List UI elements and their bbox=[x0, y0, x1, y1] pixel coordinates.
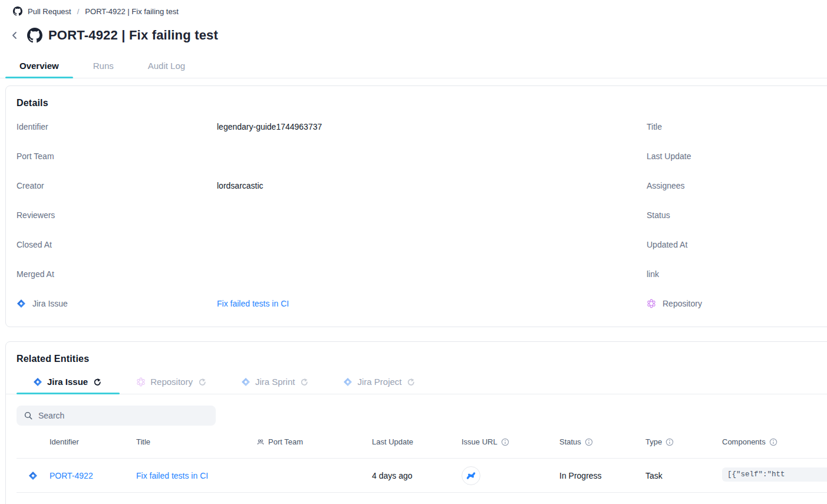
row-identifier-link[interactable]: PORT-4922 bbox=[50, 471, 136, 480]
field-label-assignees: Assignees bbox=[647, 181, 827, 190]
table-row: PORT-4922 Fix failed tests in CI 4 days … bbox=[17, 459, 827, 493]
jira-issue-icon bbox=[17, 299, 26, 308]
repository-icon bbox=[647, 299, 656, 308]
column-header-last-update[interactable]: Last Update bbox=[372, 437, 462, 446]
team-icon bbox=[256, 438, 265, 446]
column-header-components[interactable]: Components bbox=[722, 437, 827, 446]
jira-issue-icon bbox=[28, 471, 38, 480]
field-label-reviewers: Reviewers bbox=[17, 210, 217, 220]
jira-issue-icon bbox=[33, 377, 42, 387]
back-button[interactable] bbox=[8, 29, 21, 42]
related-entities-tabs: Jira Issue Repository Jira Sprint Jira P… bbox=[6, 372, 827, 394]
field-label-repository: Repository bbox=[647, 299, 827, 308]
row-entity-icon-cell bbox=[17, 471, 50, 480]
info-icon[interactable] bbox=[501, 438, 509, 446]
detail-row: Port Team Last Update bbox=[17, 141, 827, 171]
breadcrumb-item-entity[interactable]: PORT-4922 | Fix failing test bbox=[85, 7, 178, 16]
detail-row: Merged At link bbox=[17, 259, 827, 289]
jira-sprint-icon bbox=[241, 377, 251, 387]
field-label-merged-at: Merged At bbox=[17, 269, 217, 279]
row-components: [{"self":"htt bbox=[722, 467, 827, 483]
field-label-text: Jira Issue bbox=[32, 299, 68, 308]
column-header-label: Type bbox=[645, 437, 662, 446]
jira-site-icon bbox=[466, 470, 476, 481]
field-label-port-team: Port Team bbox=[17, 151, 217, 161]
related-tab-label: Jira Project bbox=[357, 377, 401, 387]
column-header-status[interactable]: Status bbox=[559, 437, 645, 446]
info-icon[interactable] bbox=[769, 438, 777, 446]
search-input[interactable] bbox=[38, 411, 209, 420]
details-heading: Details bbox=[17, 98, 827, 108]
page-header: PORT-4922 | Fix failing test bbox=[0, 22, 827, 47]
breadcrumb-item-pull-request[interactable]: Pull Request bbox=[28, 7, 71, 16]
details-card: Details Identifier legendary-guide174496… bbox=[5, 85, 827, 327]
tab-audit-log[interactable]: Audit Log bbox=[134, 55, 199, 78]
info-icon[interactable] bbox=[665, 438, 674, 446]
explore-arrow-icon bbox=[406, 378, 414, 386]
column-header-label: Status bbox=[559, 437, 581, 446]
related-entities-card: Related Entities Jira Issue Repository J… bbox=[5, 341, 827, 504]
jira-project-icon bbox=[343, 377, 352, 387]
column-header-label: Port Team bbox=[268, 437, 303, 446]
tab-overview[interactable]: Overview bbox=[5, 55, 73, 78]
column-header-label: Identifier bbox=[50, 437, 79, 446]
field-value-creator: lordsarcastic bbox=[217, 181, 647, 190]
detail-row: Closed At Updated At bbox=[17, 230, 827, 259]
field-label-updated-at: Updated At bbox=[647, 240, 827, 249]
row-status: In Progress bbox=[559, 471, 645, 480]
column-header-port-team[interactable]: Port Team bbox=[256, 437, 372, 446]
related-tab-jira-issue[interactable]: Jira Issue bbox=[17, 372, 120, 394]
components-json-pill[interactable]: [{"self":"htt bbox=[722, 467, 827, 482]
detail-row: Reviewers Status bbox=[17, 200, 827, 230]
field-label-closed-at: Closed At bbox=[17, 240, 217, 249]
field-label-last-update: Last Update bbox=[647, 151, 827, 161]
related-tab-jira-project[interactable]: Jira Project bbox=[327, 372, 433, 394]
tab-runs[interactable]: Runs bbox=[79, 55, 128, 78]
breadcrumb-separator: / bbox=[77, 7, 80, 16]
breadcrumb: Pull Request / PORT-4922 | Fix failing t… bbox=[0, 0, 827, 22]
column-header-identifier[interactable]: Identifier bbox=[50, 437, 136, 446]
page-title: PORT-4922 | Fix failing test bbox=[48, 28, 218, 43]
row-type: Task bbox=[645, 471, 722, 480]
column-header-type[interactable]: Type bbox=[645, 437, 722, 446]
info-icon[interactable] bbox=[585, 438, 593, 446]
related-tab-label: Repository bbox=[150, 377, 193, 387]
column-header-title[interactable]: Title bbox=[136, 437, 256, 446]
search-box[interactable] bbox=[17, 406, 216, 426]
field-value-identifier: legendary-guide1744963737 bbox=[217, 122, 647, 131]
related-tab-repository[interactable]: Repository bbox=[120, 372, 225, 394]
explore-arrow-icon bbox=[299, 378, 308, 386]
field-label-status: Status bbox=[647, 210, 827, 220]
detail-row: Jira Issue Fix failed tests in CI Reposi… bbox=[17, 289, 827, 318]
related-tab-label: Jira Issue bbox=[47, 377, 88, 387]
search-icon bbox=[24, 411, 33, 420]
table-header-row: Identifier Title Port Team Last Update I… bbox=[17, 426, 827, 459]
related-entities-table: Identifier Title Port Team Last Update I… bbox=[17, 426, 827, 493]
field-label-creator: Creator bbox=[17, 181, 217, 190]
field-label-link: link bbox=[647, 269, 827, 279]
row-title-link[interactable]: Fix failed tests in CI bbox=[136, 471, 256, 480]
github-icon bbox=[27, 28, 42, 43]
column-header-label: Last Update bbox=[372, 437, 413, 446]
jira-issue-link[interactable]: Fix failed tests in CI bbox=[217, 299, 647, 308]
repository-icon bbox=[136, 377, 146, 387]
column-header-label: Title bbox=[136, 437, 150, 446]
main-tabs: Overview Runs Audit Log bbox=[0, 55, 827, 78]
detail-row: Creator lordsarcastic Assignees bbox=[17, 171, 827, 200]
explore-arrow-icon bbox=[93, 378, 101, 386]
related-tab-jira-sprint[interactable]: Jira Sprint bbox=[225, 372, 327, 394]
related-entities-heading: Related Entities bbox=[6, 354, 827, 364]
issue-url-favicon-badge[interactable] bbox=[462, 466, 480, 485]
related-tab-label: Jira Sprint bbox=[255, 377, 295, 387]
column-header-label: Issue URL bbox=[462, 437, 497, 446]
column-header-issue-url[interactable]: Issue URL bbox=[462, 437, 559, 446]
explore-arrow-icon bbox=[197, 378, 206, 386]
chevron-left-icon bbox=[10, 31, 19, 40]
column-header-label: Components bbox=[722, 437, 766, 446]
field-label-title: Title bbox=[647, 122, 827, 131]
field-label-jira-issue: Jira Issue bbox=[17, 299, 217, 308]
github-icon bbox=[13, 6, 22, 16]
field-label-identifier: Identifier bbox=[17, 122, 217, 131]
field-label-text: Repository bbox=[663, 299, 702, 308]
row-last-update: 4 days ago bbox=[372, 471, 462, 480]
